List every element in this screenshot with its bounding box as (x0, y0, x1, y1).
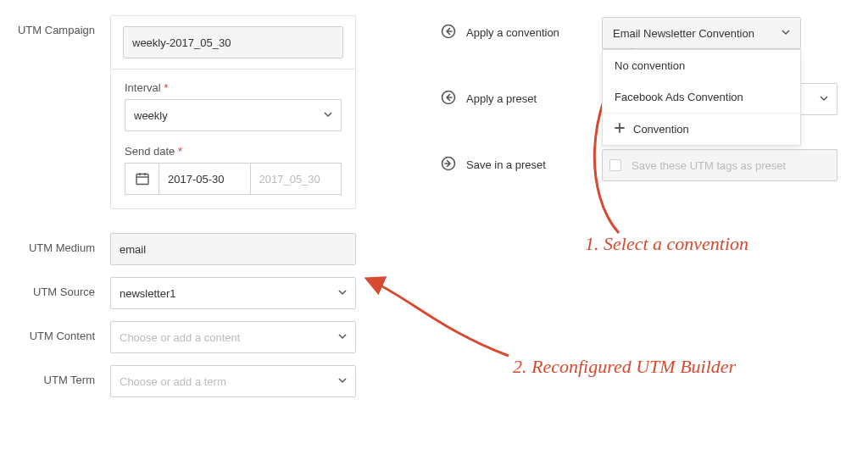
apply-convention-row: Apply a convention Email Newsletter Conv… (441, 17, 839, 49)
send-date-label: Send date * (125, 145, 342, 158)
source-label: UTM Source (8, 277, 110, 298)
menu-item-no-convention[interactable]: No convention (603, 50, 800, 81)
save-preset-checkbox[interactable] (609, 159, 621, 171)
campaign-value: weekly-2017_05_30 (132, 36, 231, 49)
content-placeholder: Choose or add a content (120, 331, 240, 344)
svg-rect-0 (136, 175, 148, 185)
convention-menu: No convention Facebook Ads Convention Co… (602, 49, 801, 146)
send-date-group: 2017-05-30 2017_05_30 (125, 163, 342, 195)
medium-input[interactable]: email (110, 233, 356, 265)
convention-dropdown[interactable]: Email Newsletter Convention (602, 17, 801, 49)
send-date-mask: 2017_05_30 (250, 163, 342, 195)
menu-item-add-convention[interactable]: Convention (603, 113, 800, 145)
convention-panel: Apply a convention Email Newsletter Conv… (441, 17, 839, 181)
chevron-down-icon (820, 94, 828, 104)
chevron-down-icon (338, 288, 347, 298)
menu-item-facebook-ads[interactable]: Facebook Ads Convention (603, 81, 800, 113)
campaign-label: UTM Campaign (8, 15, 110, 36)
plus-icon (615, 123, 625, 136)
arrow-left-circle-icon (441, 90, 458, 107)
interval-label: Interval * (125, 81, 342, 94)
chevron-down-icon (338, 376, 347, 386)
calendar-icon[interactable] (125, 163, 159, 195)
campaign-row: UTM Campaign weekly-2017_05_30 Interval … (8, 15, 356, 209)
interval-value: weekly (134, 109, 168, 122)
send-date-input[interactable]: 2017-05-30 (159, 163, 250, 195)
content-row: UTM Content Choose or add a content (8, 321, 356, 353)
source-value: newsletter1 (120, 287, 175, 300)
medium-value: email (120, 243, 146, 256)
apply-preset-label: Apply a preset (441, 83, 602, 107)
arrow-right-circle-icon (441, 156, 458, 173)
save-preset-placeholder: Save these UTM tags as preset (632, 159, 786, 172)
source-row: UTM Source newsletter1 (8, 277, 356, 309)
source-select[interactable]: newsletter1 (110, 277, 356, 309)
save-preset-row: Save in a preset Save these UTM tags as … (441, 149, 839, 181)
chevron-down-icon (782, 28, 790, 38)
medium-row: UTM Medium email (8, 233, 356, 265)
annotation-step2: 2. Reconfigured UTM Builder (513, 356, 736, 378)
content-label: UTM Content (8, 321, 110, 342)
save-preset-input[interactable]: Save these UTM tags as preset (602, 149, 837, 181)
content-select[interactable]: Choose or add a content (110, 321, 356, 353)
utm-form: UTM Campaign weekly-2017_05_30 Interval … (8, 15, 356, 397)
medium-label: UTM Medium (8, 233, 110, 254)
term-row: UTM Term Choose or add a term (8, 365, 356, 397)
term-label: UTM Term (8, 365, 110, 386)
annotation-step1: 1. Select a convention (585, 233, 748, 255)
campaign-input[interactable]: weekly-2017_05_30 (123, 26, 343, 58)
chevron-down-icon (324, 110, 332, 120)
interval-select[interactable]: weekly (125, 99, 342, 131)
save-preset-label: Save in a preset (441, 149, 602, 173)
campaign-control: weekly-2017_05_30 Interval * weekly Send… (110, 15, 356, 209)
arrow-left-circle-icon (441, 24, 458, 41)
apply-convention-label: Apply a convention (441, 17, 602, 41)
chevron-down-icon (338, 332, 347, 342)
convention-selected: Email Newsletter Convention (613, 27, 782, 40)
term-select[interactable]: Choose or add a term (110, 365, 356, 397)
term-placeholder: Choose or add a term (120, 375, 226, 388)
